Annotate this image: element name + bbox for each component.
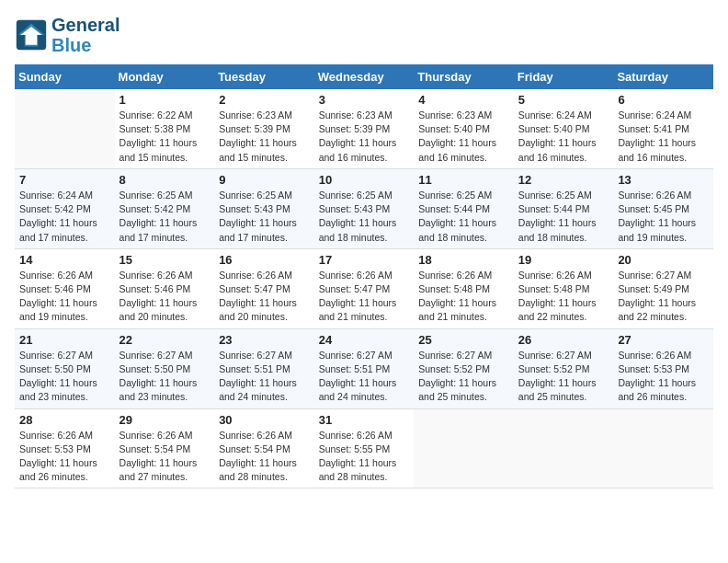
day-number: 19: [518, 253, 609, 267]
calendar-cell: 30Sunrise: 6:26 AMSunset: 5:54 PMDayligh…: [214, 408, 314, 488]
calendar-cell: 23Sunrise: 6:27 AMSunset: 5:51 PMDayligh…: [214, 328, 314, 408]
calendar-cell: 15Sunrise: 6:26 AMSunset: 5:46 PMDayligh…: [115, 248, 215, 328]
calendar-cell: 19Sunrise: 6:26 AMSunset: 5:48 PMDayligh…: [514, 248, 614, 328]
day-number: 18: [418, 253, 509, 267]
calendar-cell: 21Sunrise: 6:27 AMSunset: 5:50 PMDayligh…: [15, 328, 115, 408]
day-number: 20: [618, 253, 709, 267]
day-info: Sunrise: 6:25 AMSunset: 5:44 PMDaylight:…: [518, 189, 609, 245]
day-info: Sunrise: 6:27 AMSunset: 5:50 PMDaylight:…: [19, 349, 110, 405]
calendar-cell: 11Sunrise: 6:25 AMSunset: 5:44 PMDayligh…: [414, 168, 514, 248]
day-info: Sunrise: 6:27 AMSunset: 5:49 PMDaylight:…: [618, 269, 709, 325]
day-number: 29: [119, 413, 210, 427]
day-info: Sunrise: 6:27 AMSunset: 5:52 PMDaylight:…: [518, 349, 609, 405]
calendar-cell: [414, 408, 514, 488]
logo-text: General Blue: [51, 15, 119, 55]
weekday-header: Friday: [514, 64, 614, 89]
day-info: Sunrise: 6:22 AMSunset: 5:38 PMDaylight:…: [119, 109, 210, 165]
day-number: 31: [319, 413, 410, 427]
day-info: Sunrise: 6:23 AMSunset: 5:39 PMDaylight:…: [319, 109, 410, 165]
calendar-cell: 29Sunrise: 6:26 AMSunset: 5:54 PMDayligh…: [115, 408, 215, 488]
calendar-cell: 4Sunrise: 6:23 AMSunset: 5:40 PMDaylight…: [414, 89, 514, 168]
day-info: Sunrise: 6:27 AMSunset: 5:51 PMDaylight:…: [319, 349, 410, 405]
calendar-week-row: 28Sunrise: 6:26 AMSunset: 5:53 PMDayligh…: [15, 408, 713, 488]
day-info: Sunrise: 6:26 AMSunset: 5:48 PMDaylight:…: [418, 269, 509, 325]
calendar-cell: 1Sunrise: 6:22 AMSunset: 5:38 PMDaylight…: [115, 89, 215, 168]
calendar-cell: 14Sunrise: 6:26 AMSunset: 5:46 PMDayligh…: [15, 248, 115, 328]
day-number: 28: [19, 413, 110, 427]
day-info: Sunrise: 6:24 AMSunset: 5:42 PMDaylight:…: [19, 189, 110, 245]
calendar-table: SundayMondayTuesdayWednesdayThursdayFrid…: [15, 64, 713, 488]
day-info: Sunrise: 6:26 AMSunset: 5:47 PMDaylight:…: [319, 269, 410, 325]
calendar-week-row: 14Sunrise: 6:26 AMSunset: 5:46 PMDayligh…: [15, 248, 713, 328]
day-number: 16: [219, 253, 310, 267]
calendar-cell: 26Sunrise: 6:27 AMSunset: 5:52 PMDayligh…: [514, 328, 614, 408]
day-info: Sunrise: 6:26 AMSunset: 5:53 PMDaylight:…: [19, 429, 110, 485]
calendar-cell: 5Sunrise: 6:24 AMSunset: 5:40 PMDaylight…: [514, 89, 614, 168]
day-info: Sunrise: 6:26 AMSunset: 5:54 PMDaylight:…: [219, 429, 310, 485]
day-number: 8: [119, 173, 210, 187]
calendar-cell: 3Sunrise: 6:23 AMSunset: 5:39 PMDaylight…: [314, 89, 415, 168]
calendar-cell: 9Sunrise: 6:25 AMSunset: 5:43 PMDaylight…: [214, 168, 314, 248]
weekday-header: Saturday: [613, 64, 713, 89]
weekday-header: Monday: [115, 64, 215, 89]
day-info: Sunrise: 6:25 AMSunset: 5:42 PMDaylight:…: [119, 189, 210, 245]
calendar-cell: 22Sunrise: 6:27 AMSunset: 5:50 PMDayligh…: [115, 328, 215, 408]
day-info: Sunrise: 6:26 AMSunset: 5:48 PMDaylight:…: [518, 269, 609, 325]
day-info: Sunrise: 6:24 AMSunset: 5:41 PMDaylight:…: [618, 109, 709, 165]
day-number: 13: [618, 173, 709, 187]
calendar-week-row: 21Sunrise: 6:27 AMSunset: 5:50 PMDayligh…: [15, 328, 713, 408]
calendar-cell: 12Sunrise: 6:25 AMSunset: 5:44 PMDayligh…: [514, 168, 614, 248]
calendar-cell: [15, 89, 115, 168]
day-number: 1: [119, 93, 210, 107]
calendar-week-row: 7Sunrise: 6:24 AMSunset: 5:42 PMDaylight…: [15, 168, 713, 248]
weekday-header: Tuesday: [214, 64, 314, 89]
day-info: Sunrise: 6:25 AMSunset: 5:43 PMDaylight:…: [219, 189, 310, 245]
day-number: 17: [319, 253, 410, 267]
page-header: General Blue: [15, 15, 713, 55]
day-number: 3: [319, 93, 410, 107]
calendar-cell: 13Sunrise: 6:26 AMSunset: 5:45 PMDayligh…: [613, 168, 713, 248]
day-info: Sunrise: 6:24 AMSunset: 5:40 PMDaylight:…: [518, 109, 609, 165]
day-number: 30: [219, 413, 310, 427]
calendar-cell: 10Sunrise: 6:25 AMSunset: 5:43 PMDayligh…: [314, 168, 415, 248]
day-number: 22: [119, 333, 210, 347]
day-number: 14: [19, 253, 110, 267]
calendar-cell: 28Sunrise: 6:26 AMSunset: 5:53 PMDayligh…: [15, 408, 115, 488]
calendar-cell: 31Sunrise: 6:26 AMSunset: 5:55 PMDayligh…: [314, 408, 415, 488]
weekday-header: Sunday: [15, 64, 115, 89]
day-number: 11: [418, 173, 509, 187]
day-info: Sunrise: 6:27 AMSunset: 5:52 PMDaylight:…: [418, 349, 509, 405]
day-number: 23: [219, 333, 310, 347]
day-info: Sunrise: 6:26 AMSunset: 5:46 PMDaylight:…: [19, 269, 110, 325]
calendar-cell: 8Sunrise: 6:25 AMSunset: 5:42 PMDaylight…: [115, 168, 215, 248]
calendar-cell: 2Sunrise: 6:23 AMSunset: 5:39 PMDaylight…: [214, 89, 314, 168]
calendar-cell: 27Sunrise: 6:26 AMSunset: 5:53 PMDayligh…: [613, 328, 713, 408]
day-info: Sunrise: 6:26 AMSunset: 5:47 PMDaylight:…: [219, 269, 310, 325]
day-info: Sunrise: 6:26 AMSunset: 5:55 PMDaylight:…: [319, 429, 410, 485]
logo-icon: [15, 18, 48, 52]
day-number: 5: [518, 93, 609, 107]
logo: General Blue: [15, 15, 119, 55]
day-number: 2: [219, 93, 310, 107]
day-number: 12: [518, 173, 609, 187]
day-info: Sunrise: 6:26 AMSunset: 5:46 PMDaylight:…: [119, 269, 210, 325]
day-number: 6: [618, 93, 709, 107]
day-info: Sunrise: 6:27 AMSunset: 5:51 PMDaylight:…: [219, 349, 310, 405]
day-info: Sunrise: 6:25 AMSunset: 5:43 PMDaylight:…: [319, 189, 410, 245]
day-info: Sunrise: 6:26 AMSunset: 5:53 PMDaylight:…: [618, 349, 709, 405]
day-info: Sunrise: 6:26 AMSunset: 5:54 PMDaylight:…: [119, 429, 210, 485]
weekday-header: Thursday: [414, 64, 514, 89]
calendar-cell: 25Sunrise: 6:27 AMSunset: 5:52 PMDayligh…: [414, 328, 514, 408]
day-number: 9: [219, 173, 310, 187]
day-number: 21: [19, 333, 110, 347]
calendar-cell: 20Sunrise: 6:27 AMSunset: 5:49 PMDayligh…: [613, 248, 713, 328]
day-info: Sunrise: 6:25 AMSunset: 5:44 PMDaylight:…: [418, 189, 509, 245]
day-number: 27: [618, 333, 709, 347]
day-number: 4: [418, 93, 509, 107]
day-number: 25: [418, 333, 509, 347]
weekday-header-row: SundayMondayTuesdayWednesdayThursdayFrid…: [15, 64, 713, 89]
day-info: Sunrise: 6:26 AMSunset: 5:45 PMDaylight:…: [618, 189, 709, 245]
day-number: 15: [119, 253, 210, 267]
calendar-week-row: 1Sunrise: 6:22 AMSunset: 5:38 PMDaylight…: [15, 89, 713, 168]
day-number: 24: [319, 333, 410, 347]
